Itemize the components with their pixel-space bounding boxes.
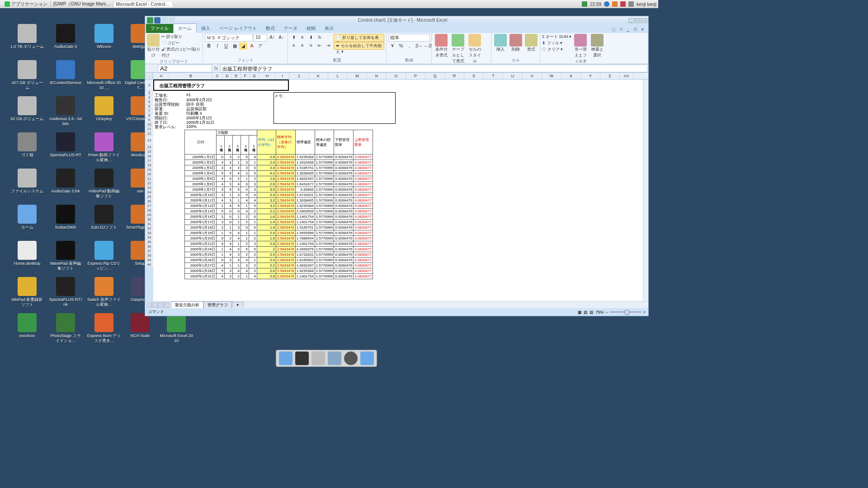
desktop-icon[interactable]: ホーム: [9, 205, 45, 230]
view-layout-button[interactable]: ▤: [584, 310, 588, 314]
name-box[interactable]: [158, 65, 212, 72]
desktop-icon[interactable]: excelcnv: [9, 313, 45, 339]
desktop-icon[interactable]: Wkconv: [86, 24, 122, 50]
memo-box[interactable]: [274, 92, 396, 124]
wrap-text-button[interactable]: 📄 折り返して全体を表示する: [334, 34, 384, 42]
paste-button[interactable]: 貼り付け: [147, 34, 160, 58]
phonetic-button[interactable]: ア: [256, 42, 264, 50]
format-painter-button[interactable]: 🖌 書式のコピー/貼り付け: [161, 47, 201, 58]
sheet-area[interactable]: ABCDEFGHIJKLMNOPQRSTUVWXYZAA 23456789101…: [145, 73, 648, 301]
dock-folder-icon[interactable]: [360, 352, 374, 365]
cell-grid[interactable]: 出版工程用管理グラフ 工場名:#1報告日:2005年2月2日品質管理技師:田中 …: [153, 80, 643, 301]
redo-icon[interactable]: [169, 17, 175, 23]
insert-cells-button[interactable]: 挿入: [493, 34, 507, 52]
zoom-in-button[interactable]: +: [643, 310, 646, 314]
desktop-icon[interactable]: 1.0 TB ボリューム: [9, 24, 45, 50]
desktop-icon[interactable]: PhotoStage スライドショ…: [47, 313, 84, 344]
ime2-icon[interactable]: [620, 1, 626, 7]
tab-formulas[interactable]: 数式: [261, 24, 279, 33]
font-color-button[interactable]: A: [248, 42, 256, 50]
user-label[interactable]: kenji kenji: [637, 2, 656, 7]
bluetooth-icon[interactable]: [604, 1, 609, 7]
desktop-icon[interactable]: ファイルシステム: [9, 169, 45, 194]
desktop-icon[interactable]: Avidemux 2.6 - 64bits: [47, 96, 84, 127]
dock-search-icon[interactable]: [344, 352, 358, 365]
desktop-icon[interactable]: Prism 動画ファイル変換…: [86, 132, 122, 163]
doc-close-button[interactable]: ×: [640, 27, 646, 33]
align-left-button[interactable]: ≡: [290, 42, 298, 49]
desktop-icon[interactable]: ODeploy: [86, 96, 122, 122]
decimal-inc-button[interactable]: .0→: [414, 42, 422, 50]
conditional-format-button[interactable]: 条件付き書式: [434, 34, 449, 58]
align-bottom-button[interactable]: ⬇: [307, 34, 315, 41]
desktop-icon[interactable]: VideoPad 動画編集ソフト: [86, 169, 122, 199]
undo-icon[interactable]: [161, 17, 168, 23]
desktop-icon[interactable]: SpectraPLUS-RT.lnk: [47, 277, 84, 308]
view-break-button[interactable]: ▥: [590, 310, 594, 314]
orientation-button[interactable]: ↻: [316, 34, 324, 41]
fill-button[interactable]: ⬇ フィル ▾: [542, 40, 571, 46]
indent-more-button[interactable]: ⇥: [324, 42, 332, 49]
desktop-icon[interactable]: WavePad 音声編集ソフト: [47, 241, 84, 272]
tab-data[interactable]: データ: [279, 24, 302, 33]
fill-color-button[interactable]: ◢: [239, 42, 247, 50]
ime-icon[interactable]: [612, 1, 618, 7]
vertical-scrollbar[interactable]: [643, 80, 648, 301]
desktop-icon[interactable]: Switch 音声ファイル変換…: [86, 277, 122, 308]
doc-minimize-button[interactable]: _: [625, 27, 631, 33]
cell-styles-button[interactable]: セルのスタイル: [467, 34, 482, 64]
indent-less-button[interactable]: ⇤: [316, 42, 324, 49]
desktop-icon[interactable]: ゴミ箱: [9, 132, 45, 158]
copy-button[interactable]: 📄 コピー: [161, 40, 201, 46]
italic-button[interactable]: I: [213, 42, 222, 50]
tab-insert[interactable]: 挿入: [197, 24, 215, 33]
desktop-icon[interactable]: Zulu DJソフト: [86, 205, 122, 230]
zoom-slider[interactable]: [610, 311, 642, 313]
ribbon-help-icon[interactable]: ?: [618, 27, 624, 33]
delete-cells-button[interactable]: 削除: [509, 34, 523, 52]
desktop-icon[interactable]: AudioGate 3: [47, 24, 84, 50]
zoom-out-button[interactable]: −: [605, 310, 608, 314]
desktop[interactable]: 1.0 TB ボリュームAudioGate 3Wkconvdwtrig20427…: [0, 8, 145, 361]
merge-center-button[interactable]: ⬌ セルを結合して中央揃え ▾: [334, 42, 384, 50]
desktop-icon[interactable]: NCH Suite: [122, 313, 158, 339]
align-middle-button[interactable]: ≡: [298, 34, 307, 41]
tab-home[interactable]: ホーム: [173, 23, 197, 33]
first-sheet-button[interactable]: [146, 302, 152, 308]
prev-sheet-button[interactable]: [152, 302, 158, 308]
desktop-icon[interactable]: foobar2000: [47, 205, 84, 230]
desktop-icon[interactable]: Express Burn ディスク書き…: [86, 313, 122, 344]
find-select-button[interactable]: 検索と選択: [590, 34, 605, 58]
desktop-icon[interactable]: Microsoft Excel 2010: [158, 313, 194, 344]
grow-font-button[interactable]: A↑: [268, 34, 276, 41]
desktop-icon[interactable]: 427 GB ボリューム: [9, 60, 45, 91]
tray-excel-icon[interactable]: [582, 1, 587, 7]
shrink-font-button[interactable]: A↓: [277, 34, 285, 41]
currency-button[interactable]: ¥: [388, 42, 396, 50]
tab-page-layout[interactable]: ページ レイアウト: [215, 24, 261, 33]
dock-browser-icon[interactable]: [328, 352, 341, 365]
align-top-button[interactable]: ⬆: [290, 34, 298, 41]
task-gimp[interactable]: [GIMP（GNU Image Mani…: [51, 1, 113, 7]
dock-disk-icon[interactable]: [311, 352, 325, 365]
sheet-tab-active[interactable]: 製造欠陥分析: [171, 301, 203, 309]
tab-file[interactable]: ファイル: [146, 24, 173, 33]
comma-button[interactable]: ,: [406, 42, 414, 50]
battery-icon[interactable]: [628, 1, 634, 7]
row-headers[interactable]: 2345678910111213141516171819202122232425…: [145, 80, 153, 267]
autosum-button[interactable]: Σ オート SUM ▾: [542, 34, 571, 40]
dock-terminal-icon[interactable]: [295, 352, 309, 365]
clear-button[interactable]: ◇ クリア ▾: [542, 47, 571, 52]
desktop-icon[interactable]: SpectraPLUS-RT: [47, 132, 84, 158]
align-right-button[interactable]: ≡: [307, 42, 315, 49]
next-sheet-button[interactable]: [158, 302, 164, 308]
desktop-icon[interactable]: 62 GB ボリューム: [9, 96, 45, 122]
tab-review[interactable]: 校閲: [302, 24, 320, 33]
desktop-icon[interactable]: Microsoft Office 2010 …: [86, 60, 122, 91]
dock-files-icon[interactable]: [279, 352, 292, 365]
save-icon[interactable]: [154, 17, 160, 23]
new-sheet-button[interactable]: ✦: [232, 302, 244, 308]
quick-access-toolbar[interactable]: [145, 17, 177, 23]
applications-menu[interactable]: アプリケーション: [2, 1, 51, 7]
column-headers[interactable]: ABCDEFGHIJKLMNOPQRSTUVWXYZAA: [153, 73, 648, 80]
